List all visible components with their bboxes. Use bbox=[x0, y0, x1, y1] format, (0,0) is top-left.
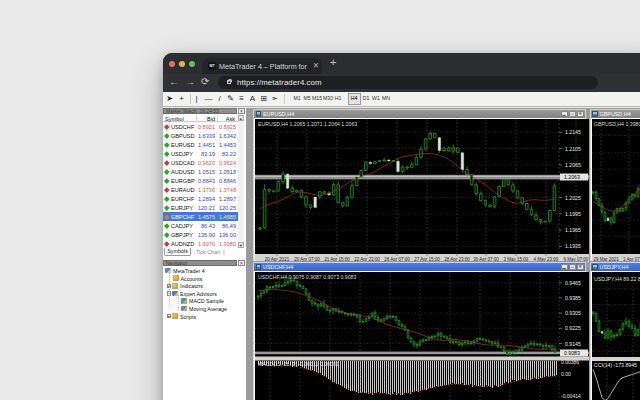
svg-text:1.1935: 1.1935 bbox=[565, 243, 581, 249]
svg-text:1.1995: 1.1995 bbox=[565, 210, 581, 216]
svg-text:1.1965: 1.1965 bbox=[565, 227, 581, 233]
svg-text:GBPUSD,H4 1.3980 1.39: GBPUSD,H4 1.3980 1.39 bbox=[594, 121, 640, 127]
svg-text:0.00386: 0.00386 bbox=[561, 359, 579, 365]
svg-text:USDCHF,H4 0.9075 0.9087 0.9073: USDCHF,H4 0.9075 0.9087 0.9073 0.9083 bbox=[258, 274, 356, 280]
svg-text:1.2105: 1.2105 bbox=[565, 145, 581, 151]
svg-text:0.9145: 0.9145 bbox=[565, 340, 581, 346]
svg-text:1.2025: 1.2025 bbox=[565, 194, 581, 200]
svg-text:-0.00414: -0.00414 bbox=[561, 393, 581, 399]
svg-text:1.2145: 1.2145 bbox=[565, 129, 581, 135]
svg-text:1.2063: 1.2063 bbox=[564, 174, 580, 180]
svg-text:CCI(14) -173.8945: CCI(14) -173.8945 bbox=[594, 362, 637, 368]
svg-text:0.9385: 0.9385 bbox=[565, 294, 581, 300]
svg-text:0.9305: 0.9305 bbox=[565, 310, 581, 316]
svg-text:0.9465: 0.9465 bbox=[565, 279, 581, 285]
svg-text:EURUSD,H4 1.2065 1.2071 1.2064: EURUSD,H4 1.2065 1.2071 1.2064 1.2063 bbox=[258, 121, 357, 127]
svg-text:0.9083: 0.9083 bbox=[564, 350, 580, 356]
svg-text:0.9225: 0.9225 bbox=[565, 325, 581, 331]
svg-text:1.2065: 1.2065 bbox=[565, 161, 581, 167]
svg-text:MACD(12, 26, 9) -0.00011 0.000: MACD(12, 26, 9) -0.00011 0.00002 bbox=[258, 361, 339, 367]
svg-text:0.00: 0.00 bbox=[561, 371, 571, 377]
svg-text:USDJPY,H4 89.22 89: USDJPY,H4 89.22 89 bbox=[594, 276, 640, 282]
